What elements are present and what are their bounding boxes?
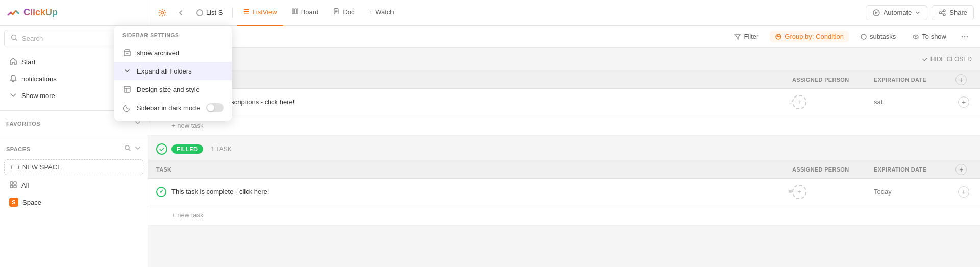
check-icon [922,56,928,62]
search-label: Search [22,35,43,42]
task-text-2: This task is complete - click here! [172,188,784,196]
back-button[interactable] [173,5,189,21]
settings-button[interactable] [154,5,170,21]
tab-watch-label: Watch [375,8,394,16]
col-header-expiration-1: EXPIRATION DATE [874,77,955,83]
avatar-2[interactable]: + [792,185,806,199]
tab-doc-label: Doc [342,8,354,16]
new-task-row-1[interactable]: + new task [148,115,980,136]
sidebar-item-space[interactable]: S Space [4,194,143,210]
logo-text: ClickUp [23,7,58,18]
task-section-header-1: TASK HIDE CLOSED [148,48,980,70]
to-show-button[interactable]: To show [907,31,951,42]
section-left-2: FILLED 1 TASK [156,143,972,155]
topnav-left: List S ListView Board [154,0,864,26]
archive-icon [122,48,132,57]
hide-closed-button[interactable]: HIDE CLOSED [922,56,972,63]
toolbar: Filter Group by: Condition subtasks To s… [148,26,980,48]
svg-rect-26 [124,86,130,92]
svg-point-24 [967,36,968,37]
new-space-button[interactable]: + + NEW SPACE [4,159,143,175]
spaces-section: + + NEW SPACE All S Space [0,157,148,212]
doc-icon [333,8,340,16]
add-field-button-1[interactable]: + [958,96,969,108]
favoritos-label: FAVORITOS [6,120,40,127]
task-lines-icon-1[interactable]: ≡ [788,98,792,106]
tab-listview[interactable]: ListView [237,0,283,26]
col-header-task-2: TASK [156,166,792,173]
new-task-label-2: + new task [172,211,204,219]
svg-rect-3 [14,182,16,184]
add-person-icon-2: + [797,188,801,196]
dropdown-item-expand-folders[interactable]: Expand all Folders [114,62,232,80]
topnav-right: Automate Share [866,5,974,20]
task-expiry-2: Today [874,188,955,196]
tab-doc[interactable]: Doc [327,0,360,26]
task-lines-icon-2[interactable]: ≡ [788,188,792,196]
all-grid-icon [9,181,17,190]
list-name-label: List S [206,9,223,16]
spaces-actions [124,144,141,153]
section-left-1: TASK [156,56,922,63]
search-icon [11,34,18,43]
more-options-button[interactable] [958,30,972,44]
avatar-1[interactable]: + [792,95,806,109]
table-row: out powerful task descriptions - click h… [148,89,980,115]
new-task-label-1: + new task [172,122,204,129]
col-header-add-1: + [955,74,972,85]
col-header-task-1: TASK [156,77,792,83]
sidebar-item-all[interactable]: All [4,177,143,194]
spaces-search-icon[interactable] [124,144,131,153]
dropdown-item-show-archived[interactable]: show archived [114,43,232,62]
column-headers-2: TASK ASSIGNED PERSON EXPIRATION DATE + [148,160,980,179]
board-icon [291,8,299,16]
group-by-button[interactable]: Group by: Condition [770,31,849,42]
list-name-item[interactable]: List S [191,6,228,19]
dropdown-item-dark-mode[interactable]: Sidebar in dark mode [114,99,232,117]
svg-rect-2 [10,182,13,184]
col-header-assigned-1: ASSIGNED PERSON [792,77,874,83]
task-add-col-1: + [955,96,972,108]
sidebar-header: ClickUp [0,0,148,26]
add-column-button-2[interactable]: + [955,164,967,175]
automate-chevron-icon [915,10,921,16]
notifications-label: notifications [21,75,57,83]
spaces-chevron-icon[interactable] [134,144,141,153]
hide-closed-label: HIDE CLOSED [930,56,972,63]
filter-icon [734,33,741,40]
subtasks-button[interactable]: subtasks [855,31,901,42]
chevron-down-expand-icon [122,66,132,76]
add-field-button-2[interactable]: + [958,186,969,198]
share-button[interactable]: Share [932,5,974,20]
dark-mode-toggle[interactable] [206,103,224,112]
tab-board[interactable]: Board [285,0,325,26]
svg-rect-11 [295,9,296,14]
new-space-label: + NEW SPACE [17,163,62,171]
dropdown-item-design-size[interactable]: Design size and style [114,80,232,99]
col-header-add-2: + [955,164,972,175]
svg-rect-4 [10,185,13,188]
layout-icon [122,85,132,94]
task-section-header-2: FILLED 1 TASK [148,138,980,160]
filter-button[interactable]: Filter [729,31,764,42]
section-complete-icon [156,143,167,155]
tab-watch[interactable]: + Watch [363,0,400,26]
more-dots-icon [961,33,969,41]
show-archived-label: show archived [137,49,224,57]
tab-board-label: Board [301,8,319,16]
svg-point-6 [161,11,164,14]
col-header-expiration-2: EXPIRATION DATE [874,166,955,173]
content-area: TASK HIDE CLOSED TASK ASSIGNED PERSON EX… [148,48,980,267]
plus-watch-icon: + [369,8,373,16]
eye-icon [912,33,919,40]
svg-rect-12 [297,9,298,14]
group-by-icon [775,33,782,40]
svg-point-16 [939,12,941,14]
task-checkbox-2[interactable] [156,187,166,197]
spaces-section-header: SPACES [0,140,148,157]
new-task-row-2[interactable]: + new task [148,205,980,226]
spaces-label: SPACES [6,146,30,152]
automate-button[interactable]: Automate [866,5,928,20]
add-column-button-1[interactable]: + [955,74,967,85]
nav-separator-1 [232,8,233,18]
